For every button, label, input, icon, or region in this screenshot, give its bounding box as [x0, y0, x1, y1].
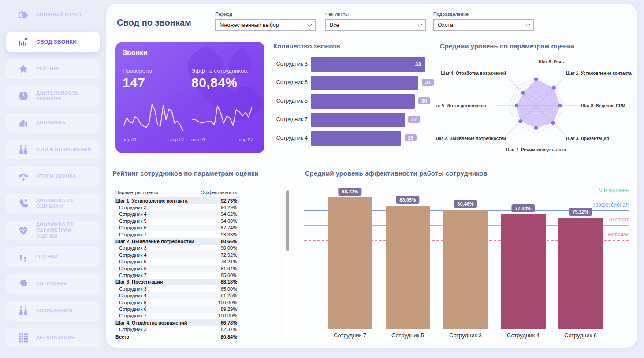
sidebar: СВОДНЫЙ ОТЧЕТСВОД ЗВОНКИРЕЙТИНГДЛИТЕЛЬНО…: [0, 0, 106, 358]
page-title: Свод по звонкам: [117, 18, 191, 28]
calls-bar-row: Сотрудник 727: [273, 113, 441, 127]
row-value: 81,94%: [196, 265, 239, 272]
quotes-icon: [18, 251, 29, 263]
sidebar-item-итоги-возражений[interactable]: ИТОГИ ВОЗРАЖЕНИЙ: [6, 140, 100, 159]
radar-point[interactable]: [515, 104, 519, 108]
row-label: Сотрудник 5: [114, 300, 196, 305]
row-label: Сотрудник 4: [114, 252, 196, 258]
calls-bar-row: Сотрудник 631: [273, 76, 441, 90]
radar-point[interactable]: [558, 104, 562, 108]
row-value: 94,62%: [196, 211, 239, 218]
sidebar-item-свод-звонки[interactable]: СВОД ЗВОНКИ: [6, 32, 100, 52]
date-end: апр 27: [239, 137, 253, 142]
sidebar-item-динамика-по-параметрам-оценки[interactable]: ДИНАМИКА ПО ПАРАМЕТРАМ ОЦЕНКИ: [6, 221, 100, 240]
efficiency-bar[interactable]: [328, 197, 372, 329]
table-row[interactable]: Сотрудник 472,92%: [114, 251, 239, 258]
row-label: Сотрудник 6: [114, 225, 196, 230]
calls-count-title: Количество звонков: [273, 42, 340, 50]
table-row[interactable]: Шаг 4. Отработка возражений66,78%: [114, 319, 239, 326]
sidebar-item-рейтинг[interactable]: РЕЙТИНГ: [6, 59, 100, 79]
calls-bar[interactable]: [311, 94, 415, 109]
table-scrollbar-thumb[interactable]: [286, 190, 289, 251]
table-row[interactable]: Сотрудник 394,29%: [114, 204, 239, 210]
radar-point[interactable]: [521, 91, 525, 95]
radar-point[interactable]: [534, 78, 538, 81]
people-talk-icon: [18, 144, 29, 155]
calls-bar[interactable]: [311, 113, 405, 127]
radar-point[interactable]: [534, 126, 538, 130]
row-value: 89,29%: [196, 306, 239, 312]
clock-icon: [18, 90, 29, 102]
calls-bar[interactable]: 33: [311, 57, 425, 72]
sidebar-item-итоги-звонка[interactable]: ИТОГИ ЗВОНКА: [6, 167, 100, 186]
sidebar-item-детализация[interactable]: ДЕТАЛИЗАЦИЯ: [6, 328, 100, 347]
filter-dropdown[interactable]: Все: [325, 19, 426, 31]
sidebar-item-label: ОЦЕНКИ: [36, 254, 93, 260]
sidebar-item-динамика[interactable]: ДИНАМИКА: [6, 113, 100, 133]
row-label: Сотрудник 3: [114, 327, 196, 332]
table-row[interactable]: Сотрудник 573,21%: [114, 258, 239, 265]
row-value: 82,37%: [196, 326, 239, 332]
row-value: 88,18%: [196, 279, 239, 285]
chevron-down-icon: [526, 22, 530, 26]
calls-bar[interactable]: [311, 76, 418, 90]
filter-dropdown[interactable]: Охота: [433, 19, 534, 31]
row-value: 81,25%: [196, 292, 239, 299]
sidebar-item-возражения[interactable]: ВОЗРАЖЕНИЯ: [6, 301, 100, 321]
date-start: апр 01: [123, 137, 137, 142]
radar-point[interactable]: [551, 121, 555, 125]
radar-point[interactable]: [518, 119, 522, 123]
table-row[interactable]: Сотрудник 7100,00%: [114, 313, 239, 319]
table-row[interactable]: Сотрудник 382,37%: [114, 326, 239, 332]
table-row[interactable]: Сотрудник 594,00%: [114, 218, 239, 224]
efficiency-bar[interactable]: [501, 214, 546, 329]
efficiency-bar[interactable]: [386, 206, 430, 329]
table-row[interactable]: Сотрудник 687,74%: [114, 225, 239, 231]
table-row[interactable]: Сотрудник 494,62%: [114, 211, 239, 218]
efficiency-bar[interactable]: [558, 218, 603, 329]
radar-axis-label: Шаг 2. Выявление потребностей: [436, 136, 506, 141]
bar-value-badge: 83,05%: [396, 196, 419, 204]
table-row[interactable]: Сотрудник 390,00%: [114, 245, 239, 251]
sidebar-item-длительность-звонков[interactable]: ДЛИТЕЛЬНОСТЬ ЗВОНКОВ: [6, 86, 100, 106]
table-row[interactable]: Сотрудник 793,33%: [114, 231, 239, 238]
bar-category-label: Сотрудник 7: [273, 116, 308, 122]
row-value: 90,00%: [196, 245, 239, 251]
radar-point[interactable]: [552, 86, 556, 90]
sidebar-item-label: ДИНАМИКА: [36, 120, 93, 125]
table-row[interactable]: Сотрудник 689,29%: [114, 306, 239, 312]
row-value: 73,21%: [196, 258, 239, 265]
filter-dropdown[interactable]: Множественный выбор: [215, 19, 316, 31]
calls-bar[interactable]: [311, 131, 401, 146]
table-row[interactable]: Шаг 1. Установление контакта92,73%: [114, 197, 239, 204]
sidebar-item-сводный-отчет[interactable]: СВОДНЫЙ ОТЧЕТ: [6, 4, 100, 26]
bar-category-label: Сотрудник 5: [273, 98, 308, 104]
kpi-dates: апр 01 апр 27: [191, 137, 253, 142]
row-value: 72,92%: [196, 251, 239, 258]
row-label: Сотрудник 6: [114, 306, 196, 312]
grid-icon: [18, 332, 29, 343]
table-row[interactable]: Шаг 3. Презентация88,18%: [114, 279, 239, 285]
col-header-params: Параметры оценки: [114, 190, 196, 195]
efficiency-bar[interactable]: [443, 210, 488, 329]
row-value: 100,00%: [196, 299, 239, 306]
bar-category-label: Сотрудник 4: [507, 332, 540, 339]
sidebar-item-оценки[interactable]: ОЦЕНКИ: [6, 247, 100, 267]
filter-label: Чек-листы: [325, 11, 426, 17]
chevron-down-icon: [418, 22, 422, 26]
row-label: Шаг 4. Отработка возражений: [114, 320, 196, 325]
row-label: Сотрудник 3: [114, 205, 196, 210]
table-row[interactable]: Шаг 2. Выявление потребностей80,66%: [114, 238, 239, 244]
row-label: Сотрудник 7: [114, 313, 196, 318]
sidebar-item-label: ДИНАМИКА ПО ПАРАМЕТРАМ ОЦЕНКИ: [36, 221, 93, 239]
table-row[interactable]: Сотрудник 481,25%: [114, 292, 239, 299]
sidebar-item-сотрудник[interactable]: СОТРУДНИК: [6, 274, 100, 294]
table-row[interactable]: Сотрудник 681,94%: [114, 265, 239, 272]
table-row[interactable]: Сотрудник 5100,00%: [114, 299, 239, 306]
table-row[interactable]: Сотрудник 785,00%: [114, 272, 239, 278]
bar-category-label: Сотрудник 3: [449, 332, 482, 339]
sidebar-item-динамика-по-ошибкам[interactable]: ДИНАМИКА ПО ОШИБКАМ: [6, 194, 100, 213]
row-value: 92,73%: [196, 197, 239, 204]
row-value: 87,74%: [196, 225, 239, 231]
table-row[interactable]: Сотрудник 365,00%: [114, 285, 239, 292]
